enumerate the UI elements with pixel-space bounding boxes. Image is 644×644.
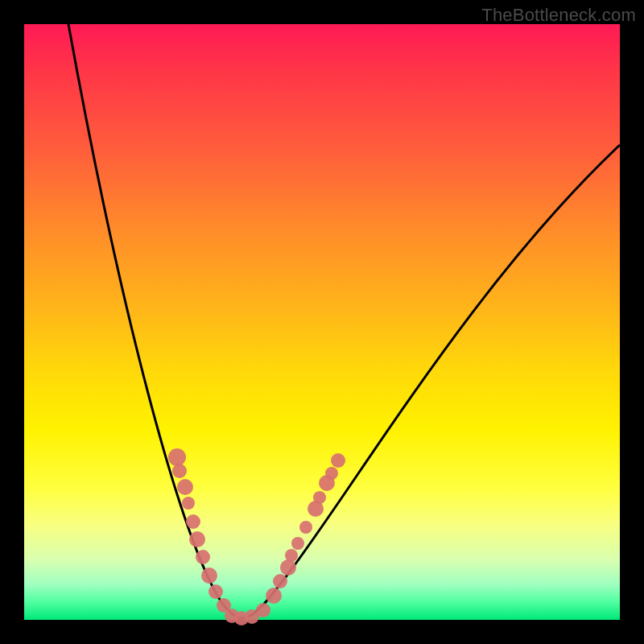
left-marker bbox=[182, 497, 195, 510]
chart-frame: TheBottleneck.com bbox=[0, 0, 644, 644]
left-marker bbox=[201, 568, 217, 584]
right-marker bbox=[273, 574, 287, 588]
bottom-marker bbox=[256, 603, 270, 617]
right-marker bbox=[285, 549, 298, 562]
right-marker bbox=[280, 559, 296, 576]
right-marker bbox=[325, 467, 338, 480]
plot-area bbox=[24, 24, 620, 620]
left-marker bbox=[172, 464, 187, 478]
right-marker bbox=[266, 588, 282, 604]
left-marker bbox=[186, 514, 200, 529]
watermark-text: TheBottleneck.com bbox=[481, 5, 636, 26]
left-marker bbox=[168, 448, 186, 466]
right-marker bbox=[299, 521, 312, 534]
curve-group bbox=[68, 24, 620, 618]
left-marker bbox=[189, 531, 205, 547]
right-marker bbox=[291, 537, 304, 550]
left-marker bbox=[208, 584, 223, 599]
left-marker bbox=[196, 550, 210, 564]
chart-svg bbox=[24, 24, 620, 620]
right-marker bbox=[313, 491, 326, 504]
left-marker bbox=[177, 479, 193, 495]
left-curve bbox=[68, 24, 242, 618]
marker-group bbox=[168, 448, 345, 625]
right-marker bbox=[331, 453, 345, 468]
